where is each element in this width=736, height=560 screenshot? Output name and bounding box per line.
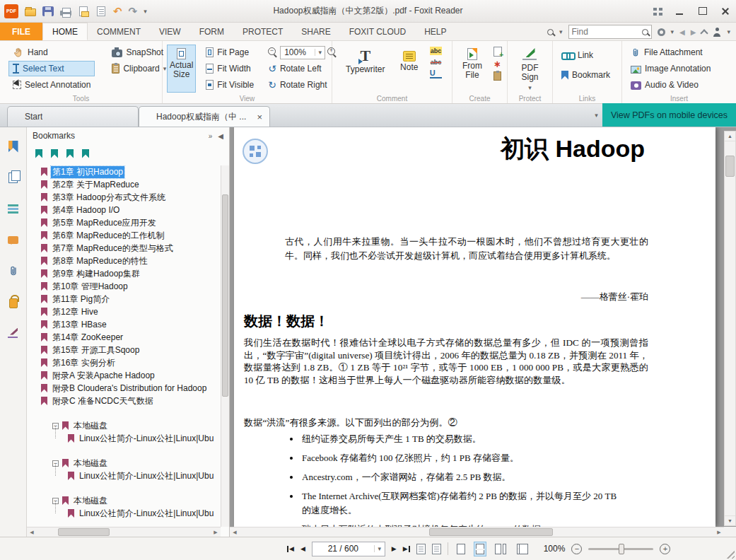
undo-icon[interactable]: ↶ [113,5,122,18]
previous-page-button[interactable]: ◀ [300,545,305,552]
document-tab[interactable]: Hadoop权威指南（中 ... × [139,106,270,127]
close-button[interactable] [719,6,732,16]
bookmark-group-item[interactable]: − 本地磁盘 [27,457,221,469]
panel-more-icon[interactable]: » [209,132,213,140]
attachments-panel-button[interactable] [5,263,22,279]
bookmark-child-item[interactable]: Linux公社简介-Linux公社|Linux|Ubu [27,469,221,482]
redo-icon[interactable]: ↷ [129,5,138,18]
ribbon-tab[interactable]: VIEW [150,23,190,40]
open-file-icon[interactable] [25,8,36,16]
minimize-button[interactable] [674,6,687,16]
single-page-view-button[interactable] [455,542,467,556]
document-area[interactable]: 初识 Hadoop 古代，人们用牛来拉重物。当一头牛拉不动一根圆木时，他们不曾想… [230,127,736,537]
fit-width-button[interactable]: Fit Width [201,61,258,76]
zoom-slider[interactable] [588,548,653,550]
collapse-expander-icon[interactable]: − [52,460,59,467]
bookmark-item[interactable]: 附录C 准备NCDC天气数据 [27,395,221,407]
layers-panel-button[interactable] [5,201,22,216]
scrollbar-thumb[interactable] [222,194,228,397]
tab-list-caret-icon[interactable]: ▾ [595,112,598,119]
zoom-slider-thumb[interactable] [619,544,624,554]
file-attachment-button[interactable]: File Attachment [626,45,715,60]
bookmark-item[interactable]: 第5章 MapReduce应用开发 [27,216,221,229]
create-blank-icon[interactable] [493,47,502,57]
bookmarks-panel-button[interactable] [5,139,22,154]
fit-page-button[interactable]: Fit Page [201,45,258,60]
zoom-out-icon[interactable]: − [268,47,278,57]
resize-grip[interactable] [725,549,735,559]
maximize-button[interactable] [696,6,709,16]
rotate-right-button[interactable]: ↻ Rotate Right [264,77,341,93]
user-account-icon[interactable] [713,28,721,37]
delete-bookmark-icon[interactable] [82,149,89,158]
bookmark-item[interactable]: 第14章 ZooKeeper [27,331,221,344]
bookmark-item[interactable]: 第6章 MapReduce的工作机制 [27,229,221,242]
mobile-banner[interactable]: View PDFs on mobile devices [602,103,736,127]
create-from-clipboard-icon[interactable] [493,71,501,81]
collapse-expander-icon[interactable]: − [52,423,59,429]
gear-icon[interactable] [658,28,665,36]
bookmark-item[interactable]: 第1章 初识Hadoop [27,165,221,178]
scroll-right-icon[interactable]: ▶ [714,530,724,535]
snapshot-button[interactable]: SnapShot [107,45,170,60]
bookmark-button[interactable]: Bookmark [557,67,614,83]
clipboard-button[interactable]: Clipboard ▾ [107,61,170,76]
find-input[interactable] [572,27,642,37]
zoom-in-button[interactable]: + [660,544,670,554]
rotate-left-button[interactable]: ↺ Rotate Left [264,61,341,76]
search-icon[interactable] [642,29,648,35]
next-view-icon[interactable] [432,544,441,554]
scroll-left-icon[interactable]: ◀ [27,530,37,535]
continuous-view-button[interactable] [474,542,486,556]
bookmark-item[interactable]: 第9章 构建Hadoop集群 [27,267,221,280]
scrollbar-thumb[interactable] [725,156,735,177]
close-tab-icon[interactable]: × [251,112,262,122]
bookmark-item[interactable]: 第3章 Hadoop分布式文件系统 [27,191,221,204]
bookmark-group-item[interactable]: − 本地磁盘 [27,419,221,432]
save-icon[interactable] [42,6,54,16]
ribbon-tab[interactable]: COMMENT [88,23,150,40]
select-text-button[interactable]: Select Text [8,61,95,76]
scrollbar-thumb[interactable] [429,528,552,536]
ribbon-tab[interactable]: SHARE [292,23,339,40]
move-bookmark-icon[interactable] [66,149,74,158]
continuous-facing-view-button[interactable] [515,542,530,556]
scroll-down-icon[interactable]: ▼ [725,515,735,525]
document-horizontal-scrollbar[interactable]: ◀ ▶ [230,527,724,537]
bookmark-item[interactable]: 第8章 MapReduce的特性 [27,255,221,267]
typewriter-button[interactable]: T Typewriter [342,45,389,93]
scrollbar-thumb[interactable] [58,528,110,536]
underline-text-icon[interactable]: U [430,69,443,78]
collapse-expander-icon[interactable]: − [52,498,59,504]
find-tool-icon[interactable] [547,29,554,35]
zoom-out-button[interactable]: − [571,544,582,554]
bookmark-item[interactable]: 第7章 MapReduce的类型与格式 [27,242,221,255]
ribbon-tab[interactable]: PROTECT [233,23,292,40]
audio-video-button[interactable]: Audio & Video [626,77,715,93]
ribbon-tab[interactable]: FILE [0,23,42,40]
create-from-scanner-icon[interactable]: ∗ [493,59,502,69]
scroll-right-icon[interactable]: ▶ [211,530,221,535]
ribbon-tab[interactable]: FORM [190,23,233,40]
security-panel-button[interactable] [5,294,22,310]
history-forward-icon[interactable]: ▶ [691,28,696,36]
panel-collapse-icon[interactable]: ◀ [218,132,223,140]
bookmark-item[interactable]: 附录B Cloudera's Distribution for Hadoop [27,382,221,395]
layout-grid-icon[interactable] [653,6,664,16]
hand-tool-button[interactable]: Hand [8,45,95,60]
zoom-caret-icon[interactable]: ▾ [315,49,325,56]
highlight-text-icon[interactable]: abc [430,47,443,55]
scroll-left-icon[interactable]: ◀ [230,530,240,535]
signatures-panel-button[interactable] [5,325,22,341]
comments-panel-button[interactable] [5,232,22,247]
bookmark-item[interactable]: 第10章 管理Hadoop [27,280,221,293]
bookmark-child-item[interactable]: Linux公社简介-Linux公社|Linux|Ubu [27,507,221,520]
image-annotation-button[interactable]: Image Annotation [626,61,715,76]
last-page-button[interactable]: ▶ [403,545,410,552]
bookmark-group-item[interactable]: − 本地磁盘 [27,494,221,507]
user-caret-icon[interactable]: ▾ [727,28,730,35]
bookmark-child-item[interactable]: Linux公社简介-Linux公社|Linux|Ubu [27,432,221,445]
scroll-up-icon[interactable]: ▲ [725,132,735,141]
ribbon-tab[interactable]: HOME [42,23,88,40]
from-file-button[interactable]: From File [457,45,488,93]
